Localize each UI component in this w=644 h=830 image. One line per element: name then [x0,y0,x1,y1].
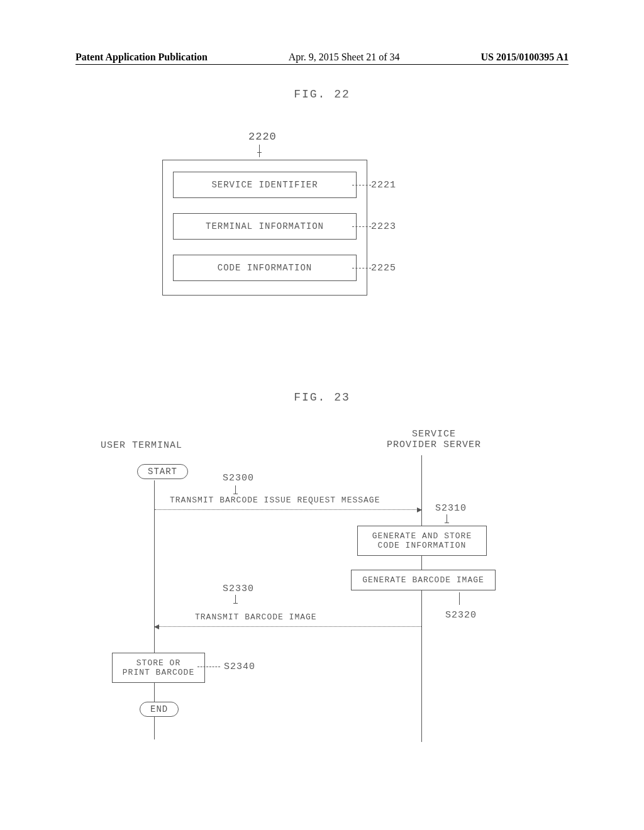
leader-line [352,185,371,185]
fig23-arrow-s2330 [155,626,421,627]
fig23-actor-server-line2: PROVIDER SERVER [387,440,481,450]
leader-line [197,667,220,667]
leader-line [459,592,460,605]
fig23-arrow-s2300 [155,509,421,510]
leader-tick [447,514,447,523]
fig23-ref-s2300: S2300 [223,473,254,484]
fig22-row-ref: 2221 [371,180,396,191]
fig22-outer-leader [259,145,260,157]
fig23-box-s2310: GENERATE AND STORECODE INFORMATION [357,526,487,556]
leader-tick [235,485,236,494]
fig22-title: FIG. 22 [0,88,644,101]
lifeline-server [421,455,422,742]
connector [421,557,422,570]
fig23-msg-s2330: TRANSMIT BARCODE IMAGE [195,612,317,622]
fig23-diagram: USER TERMINAL SERVICE PROVIDER SERVER ST… [94,415,535,755]
fig23-title: FIG. 23 [0,391,644,404]
header-left: Patent Application Publication [75,52,208,63]
fig22-outer-ref: 2220 [248,131,277,143]
fig23-start: START [137,464,188,479]
fig22-row-service-identifier: SERVICE IDENTIFIER 2221 [173,172,357,198]
fig22-row-ref: 2223 [371,221,396,232]
fig22-row-label: TERMINAL INFORMATION [206,221,324,231]
fig23-ref-s2310: S2310 [435,503,467,514]
fig22-row-label: SERVICE IDENTIFIER [211,180,318,190]
fig23-ref-s2340: S2340 [224,661,255,672]
fig22-row-label: CODE INFORMATION [218,263,312,273]
fig23-ref-s2330: S2330 [223,584,254,594]
header-right: US 2015/0100395 A1 [480,52,569,63]
fig22-row-code-information: CODE INFORMATION 2225 [173,255,357,281]
fig23-ref-s2320: S2320 [445,610,477,621]
header-mid: Apr. 9, 2015 Sheet 21 of 34 [289,52,400,63]
fig22-container: SERVICE IDENTIFIER 2221 TERMINAL INFORMA… [162,160,367,296]
fig23-actor-user: USER TERMINAL [101,440,182,451]
fig23-box-label: STORE ORPRINT BARCODE [123,658,194,677]
fig23-actor-server: SERVICE PROVIDER SERVER [365,429,503,450]
fig23-actor-server-line1: SERVICE [412,429,456,440]
fig23-box-label: GENERATE AND STORECODE INFORMATION [372,531,472,550]
fig22-row-terminal-information: TERMINAL INFORMATION 2223 [173,213,357,240]
fig23-msg-s2300: TRANSMIT BARCODE ISSUE REQUEST MESSAGE [170,495,380,505]
fig23-box-label: GENERATE BARCODE IMAGE [362,575,484,585]
fig22-row-ref: 2225 [371,263,396,274]
leader-tick [235,595,236,604]
connector [154,684,155,702]
fig23-box-s2340: STORE ORPRINT BARCODE [112,653,205,683]
leader-line [352,226,371,227]
fig23-end: END [140,702,179,717]
fig23-box-s2320: GENERATE BARCODE IMAGE [351,570,496,590]
leader-line [352,268,371,268]
page-header: Patent Application Publication Apr. 9, 2… [75,52,569,65]
